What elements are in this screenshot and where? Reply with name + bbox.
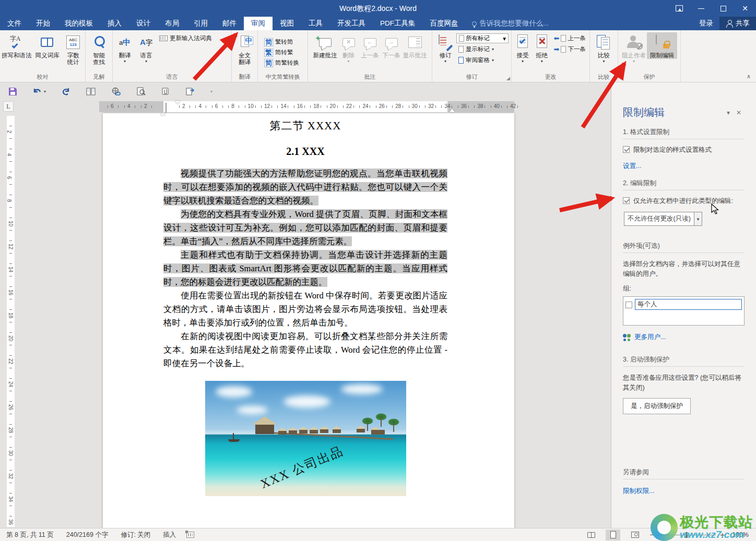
group-comments: + 新建批注 ✕ 删除 ▾ ← 上一条 → 下一条 显示批注 批注 bbox=[308, 30, 432, 82]
show-comments-button[interactable]: 显示批注 bbox=[403, 32, 428, 59]
print-layout-view-button[interactable] bbox=[606, 530, 620, 540]
editing-type-dropdown[interactable]: 不允许任何更改(只读) ▾ bbox=[624, 212, 702, 226]
zoom-out-button[interactable]: − bbox=[649, 532, 654, 537]
cjk-convert-button[interactable]: 简简繁转换 bbox=[262, 58, 301, 68]
tab-insert[interactable]: 插入 bbox=[100, 17, 129, 30]
tab-design[interactable]: 设计 bbox=[129, 17, 158, 30]
spelling-grammar-button[interactable]: 字A 拼写和语法 bbox=[2, 32, 32, 59]
show-markup-button[interactable]: 显示标记 ▾ bbox=[456, 44, 509, 54]
pane-menu-arrow-icon[interactable]: ▾ bbox=[724, 109, 733, 116]
next-comment-button[interactable]: → 下一条 bbox=[381, 32, 402, 59]
tab-tools[interactable]: 工具 bbox=[301, 17, 330, 30]
vertical-ruler[interactable]: 24681012141618202224262830323436 bbox=[7, 116, 15, 527]
reject-button[interactable]: 拒绝 ▾ bbox=[533, 32, 551, 64]
pane-close-icon[interactable]: ✕ bbox=[733, 109, 745, 116]
delete-comment-button[interactable]: ✕ 删除 ▾ bbox=[338, 32, 359, 64]
collapse-ribbon-button[interactable]: ∧ bbox=[747, 73, 751, 80]
zoom-percentage[interactable]: 100% bbox=[732, 531, 749, 538]
sign-in-button[interactable]: 登录 bbox=[693, 17, 719, 30]
maximize-button[interactable] bbox=[712, 0, 734, 17]
next-change-button[interactable]: ➡ 下一条 bbox=[552, 44, 588, 54]
zoom-slider-thumb[interactable] bbox=[686, 532, 688, 538]
tab-developer[interactable]: 开发工具 bbox=[330, 17, 373, 30]
print-preview-button[interactable] bbox=[136, 87, 146, 96]
full-translate-button[interactable]: 中 全文翻译 bbox=[234, 32, 255, 66]
accept-button[interactable]: 接受 ▾ bbox=[513, 32, 532, 64]
zoom-in-button[interactable]: + bbox=[720, 532, 725, 537]
tab-review[interactable]: 审阅 bbox=[244, 17, 273, 30]
simplified-to-traditional-button[interactable]: 繁简转繁 bbox=[262, 47, 296, 58]
read-mode-view-button[interactable] bbox=[584, 530, 598, 540]
word-count-status[interactable]: 240/2169 个字 bbox=[60, 531, 115, 539]
track-changes-button[interactable]: 修订 ▾ bbox=[435, 32, 456, 64]
tab-selector[interactable]: L bbox=[3, 101, 14, 112]
tracking-dialog-launcher[interactable]: ◢ bbox=[506, 76, 510, 81]
editing-restrictions-checkbox-row[interactable]: 仅允许在文档中进行此类型的编辑: bbox=[623, 197, 745, 206]
share-button[interactable]: 共享 bbox=[719, 17, 756, 30]
editing-restrictions-checkbox[interactable] bbox=[623, 197, 630, 204]
block-authors-button[interactable]: 阻止作者 ▾ bbox=[621, 32, 646, 64]
side-by-side-view-button[interactable] bbox=[86, 88, 96, 95]
save-button[interactable] bbox=[8, 87, 17, 96]
language-button[interactable]: A字 语言 ▾ bbox=[136, 32, 157, 64]
word-count-button[interactable]: ABC123 字数统计 bbox=[63, 32, 84, 66]
tab-baidu-netdisk[interactable]: 百度网盘 bbox=[423, 17, 466, 30]
traditional-to-simplified-button[interactable]: 简繁转简 bbox=[262, 37, 296, 47]
start-enforcing-button[interactable]: 是，启动强制保护 bbox=[623, 398, 691, 414]
left-indent-marker[interactable] bbox=[160, 103, 167, 113]
thesaurus-icon bbox=[41, 38, 53, 47]
tab-pdf-tools[interactable]: PDF工具集 bbox=[373, 17, 423, 30]
zoom-slider[interactable] bbox=[658, 535, 716, 535]
tell-me-box[interactable]: 告诉我您想要做什么... bbox=[466, 17, 556, 30]
previous-change-button[interactable]: ⬅ 上一条 bbox=[552, 33, 588, 43]
tab-layout[interactable]: 布局 bbox=[158, 17, 186, 30]
formatting-restrictions-label: 限制对选定的样式设置格式 bbox=[633, 146, 712, 154]
doc-heading-1: 第二节 XXXX bbox=[163, 118, 447, 133]
compare-button[interactable]: 比较 ▾ bbox=[594, 32, 615, 64]
track-changes-status[interactable]: 修订: 关闭 bbox=[114, 531, 157, 539]
previous-comment-icon: ← bbox=[364, 38, 376, 47]
tab-file[interactable]: 文件 bbox=[0, 17, 29, 30]
attachment-button[interactable] bbox=[161, 87, 170, 96]
everyone-checkbox[interactable] bbox=[625, 302, 632, 308]
tab-my-templates[interactable]: 我的模板 bbox=[57, 17, 100, 30]
restrict-permission-link[interactable]: 限制权限... bbox=[623, 487, 654, 496]
previous-comment-button[interactable]: ← 上一条 bbox=[360, 32, 381, 59]
all-markup-dropdown[interactable]: 所有标记 ▾ bbox=[456, 33, 509, 43]
beach-photo[interactable]: XXX 公司出品 bbox=[205, 381, 406, 496]
translate-button[interactable]: a中 翻译 ▾ bbox=[114, 32, 135, 64]
horizontal-ruler[interactable]: 6422468101214161820222426283032343638404… bbox=[99, 101, 514, 112]
tab-mailings[interactable]: 邮件 bbox=[215, 17, 244, 30]
close-button[interactable]: ✕ bbox=[734, 0, 756, 17]
formatting-restrictions-checkbox[interactable] bbox=[623, 146, 630, 153]
update-ime-dictionary-button[interactable]: 更新输入法词典 bbox=[157, 33, 214, 43]
qat-customize-button[interactable]: ▾ bbox=[210, 89, 212, 94]
smart-lookup-button[interactable]: 智能查找 bbox=[89, 32, 110, 66]
minimize-button[interactable] bbox=[690, 0, 712, 17]
redo-button[interactable] bbox=[62, 87, 70, 96]
tab-view[interactable]: 视图 bbox=[273, 17, 301, 30]
restrict-editing-button[interactable]: 限制编辑 bbox=[647, 32, 677, 59]
web-layout-view-button[interactable] bbox=[628, 530, 642, 540]
reviewing-pane-button[interactable]: 审阅窗格 ▾ bbox=[456, 55, 509, 65]
document-page[interactable]: 第二节 XXXX 2.1 XXX 视频提供了功能强大的方法帮助您证明您的观点。当… bbox=[103, 113, 514, 528]
tab-home[interactable]: 开始 bbox=[29, 17, 57, 30]
page-number-status[interactable]: 第 8 页, 共 11 页 bbox=[0, 531, 60, 539]
hyperlink-button[interactable] bbox=[111, 87, 121, 96]
more-users-link[interactable]: 更多用户... bbox=[623, 333, 745, 342]
macro-record-icon[interactable] bbox=[186, 532, 194, 538]
editing-type-dropdown-arrow[interactable]: ▾ bbox=[694, 212, 702, 226]
insert-mode-status[interactable]: 插入 bbox=[157, 531, 182, 539]
groups-listbox[interactable]: 每个人 bbox=[623, 296, 745, 326]
everyone-item[interactable]: 每个人 bbox=[635, 299, 742, 310]
new-comment-button[interactable]: + 新建批注 bbox=[313, 32, 338, 59]
page-forward-button[interactable] bbox=[185, 87, 195, 96]
settings-link[interactable]: 设置... bbox=[623, 162, 641, 171]
tab-references[interactable]: 引用 bbox=[186, 17, 215, 30]
thesaurus-button[interactable]: 同义词库 bbox=[32, 32, 63, 59]
formatting-restrictions-checkbox-row[interactable]: 限制对选定的样式设置格式 bbox=[623, 146, 745, 154]
group-label-comments: 批注 bbox=[308, 73, 432, 81]
ribbon-display-options-button[interactable] bbox=[668, 0, 690, 17]
undo-button[interactable]: ▾ bbox=[33, 87, 46, 95]
translate-dropdown-arrow: ▾ bbox=[124, 59, 126, 64]
